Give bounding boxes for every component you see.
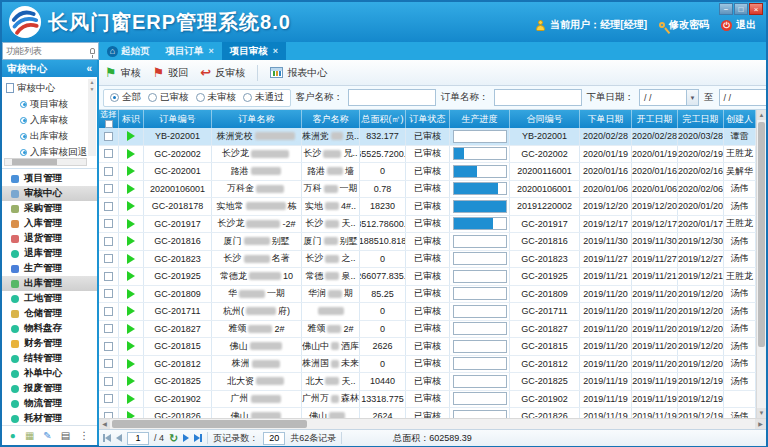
sidebar-item-11[interactable]: 财务管理 — [2, 336, 97, 351]
row-checkbox[interactable] — [104, 342, 113, 351]
row-checkbox[interactable] — [104, 202, 113, 211]
order-date-from-input[interactable]: / / ▼ — [639, 89, 699, 106]
table-row[interactable]: GC-201823长沙名著长沙之..0已审核GC-2018232019/11/2… — [99, 251, 756, 269]
page-size-input[interactable] — [263, 432, 285, 445]
sidebar-item-8[interactable]: 工地管理 — [2, 291, 97, 306]
select-all-checkbox[interactable] — [105, 120, 113, 128]
radio-0[interactable]: 全部 — [110, 91, 141, 104]
book-icon[interactable]: ▤ — [61, 431, 70, 441]
row-checkbox[interactable] — [104, 359, 113, 368]
scroll-right-icon[interactable]: ▶ — [755, 419, 766, 429]
sidebar-item-2[interactable]: 采购管理 — [2, 201, 97, 216]
calendar-dropdown-icon[interactable]: ▼ — [766, 90, 767, 105]
table-row[interactable]: GC-201925常德龙10常德泉..266077.835..已审核GC-201… — [99, 268, 756, 286]
order-date-to-input[interactable]: / / ▼ — [719, 89, 767, 106]
table-row[interactable]: GC-201826佛山佛山..2624已审核GC-2018262019/11/1… — [99, 408, 756, 418]
tab-close-icon[interactable]: × — [273, 46, 278, 56]
sidebar-item-0[interactable]: 项目管理 — [2, 171, 97, 186]
table-row[interactable]: GC-2018178实地常栋实地4#..18230已审核201912200022… — [99, 198, 756, 216]
column-header-9[interactable]: 下单日期 — [580, 110, 632, 128]
more-icon[interactable]: ⋮ — [79, 431, 89, 441]
column-header-5[interactable]: 总面积(㎡) — [360, 110, 406, 128]
table-row[interactable]: GC-201816厦门别墅厦门别墅188510.818已审核GC-2018162… — [99, 233, 756, 251]
table-row[interactable]: GC-201825北大资北大天..10440已审核GC-2018252019/1… — [99, 373, 756, 391]
tab-project-audit[interactable]: 项目审核× — [222, 42, 286, 60]
horizontal-scroll-thumb[interactable] — [112, 420, 307, 428]
table-row[interactable]: YB-202001株洲党校株洲党员..832.177已审核YB-20200120… — [99, 128, 756, 146]
scroll-down-icon[interactable]: ▼ — [757, 408, 766, 418]
sidebar-item-16[interactable]: 耗材管理 — [2, 411, 97, 426]
sidebar-item-15[interactable]: 物流管理 — [2, 396, 97, 411]
unapprove-button[interactable]: ↩ 反审核 — [200, 66, 245, 80]
pen-icon[interactable]: ✎ — [43, 431, 51, 441]
tree-root-audit-center[interactable]: 审核中心 — [6, 80, 89, 96]
customer-name-input[interactable] — [348, 89, 436, 106]
column-header-6[interactable]: 订单状态 — [406, 110, 450, 128]
scroll-up-icon[interactable]: ▲ — [757, 110, 766, 120]
table-row[interactable]: GC-201809华一期华润期85.25已审核GC-2018092019/11/… — [99, 286, 756, 304]
radio-3[interactable]: 未通过 — [243, 91, 284, 104]
row-checkbox[interactable] — [104, 184, 113, 193]
column-header-4[interactable]: 客户名称 — [302, 110, 360, 128]
reject-button[interactable]: ⚑ 驳回 — [153, 66, 189, 80]
row-checkbox[interactable] — [104, 307, 113, 316]
sidebar-item-10[interactable]: 物料盘存 — [2, 321, 97, 336]
row-checkbox[interactable] — [104, 237, 113, 246]
column-header-8[interactable]: 合同编号 — [510, 110, 580, 128]
table-row[interactable]: GC-202002长沙龙长沙兄..65525.7200..已审核GC-20200… — [99, 146, 756, 164]
order-name-input[interactable] — [494, 89, 582, 106]
sidebar-item-9[interactable]: 仓储管理 — [2, 306, 97, 321]
pin-icon[interactable] — [90, 48, 95, 54]
vertical-scrollbar[interactable]: ▲ ▼ — [756, 110, 766, 418]
first-page-button[interactable] — [103, 434, 111, 442]
function-list-search[interactable]: 功能列表 — [2, 42, 99, 60]
table-row[interactable]: GC-201812株洲株洲国未来0已审核GC-2018122019/11/202… — [99, 356, 756, 374]
sidebar-item-1[interactable]: 审核中心 — [2, 186, 97, 201]
sidebar-item-14[interactable]: 报废管理 — [2, 381, 97, 396]
row-checkbox[interactable] — [104, 289, 113, 298]
tree-item-1[interactable]: 入库审核 — [6, 112, 89, 128]
column-header-1[interactable]: 标识 — [119, 110, 144, 128]
prev-page-button[interactable] — [116, 434, 122, 442]
column-header-2[interactable]: 订单编号 — [144, 110, 212, 128]
calendar-dropdown-icon[interactable]: ▼ — [686, 90, 698, 105]
row-checkbox[interactable] — [104, 149, 113, 158]
tree-vertical-scrollbar[interactable]: ▲▼ — [88, 79, 96, 156]
next-page-button[interactable] — [183, 434, 189, 442]
table-row[interactable]: GC-201711杭州(府)0已审核GC-2017112019/11/20201… — [99, 303, 756, 321]
horizontal-scrollbar[interactable]: ◀ ▶ — [99, 418, 766, 429]
row-checkbox[interactable] — [104, 132, 113, 141]
change-password-button[interactable]: 修改密码 — [659, 18, 709, 32]
tab-project-orders[interactable]: 项目订单× — [158, 42, 222, 60]
vertical-scroll-thumb[interactable] — [758, 122, 765, 347]
tab-close-icon[interactable]: × — [209, 46, 214, 56]
tree-horizontal-scrollbar[interactable] — [4, 158, 87, 166]
column-header-11[interactable]: 完工日期 — [678, 110, 724, 128]
column-header-10[interactable]: 开工日期 — [632, 110, 678, 128]
sidebar-item-5[interactable]: 退库管理 — [2, 246, 97, 261]
table-row[interactable]: 20200106001万科金万科一期0.78已审核202001060012020… — [99, 181, 756, 199]
close-button[interactable]: × — [749, 3, 763, 15]
column-header-3[interactable]: 订单名称 — [212, 110, 302, 128]
logout-button[interactable]: ⏻ 退出 — [721, 18, 756, 32]
sidebar-item-6[interactable]: 生产管理 — [2, 261, 97, 276]
table-row[interactable]: GC-201902广州广州万森林13318.775已审核GC-201902201… — [99, 391, 756, 409]
go-page-button[interactable]: ↻ — [169, 433, 178, 444]
row-checkbox[interactable] — [104, 167, 113, 176]
table-row[interactable]: GC-201827雅颂2#雅颂2#0已审核GC-2018272019/11/20… — [99, 321, 756, 339]
approve-button[interactable]: ⚑ 审核 — [105, 66, 141, 80]
collapse-icon[interactable]: « — [86, 63, 92, 74]
cart-icon[interactable]: ▦ — [25, 431, 34, 441]
page-number-input[interactable] — [127, 432, 149, 445]
tree-item-0[interactable]: 项目审核 — [6, 96, 89, 112]
row-checkbox[interactable] — [104, 394, 113, 403]
report-center-button[interactable]: 报表中心 — [270, 66, 327, 80]
table-row[interactable]: GC-201917长沙龙-2#长沙天..8512.78600..已审核GC-20… — [99, 216, 756, 234]
maximize-button[interactable]: □ — [734, 3, 748, 15]
sidebar-item-13[interactable]: 补单中心 — [2, 366, 97, 381]
row-checkbox[interactable] — [104, 254, 113, 263]
tree-item-2[interactable]: 出库审核 — [6, 128, 89, 144]
tab-home[interactable]: ⌂起始页 — [99, 42, 158, 60]
last-page-button[interactable] — [194, 434, 202, 442]
row-checkbox[interactable] — [104, 324, 113, 333]
